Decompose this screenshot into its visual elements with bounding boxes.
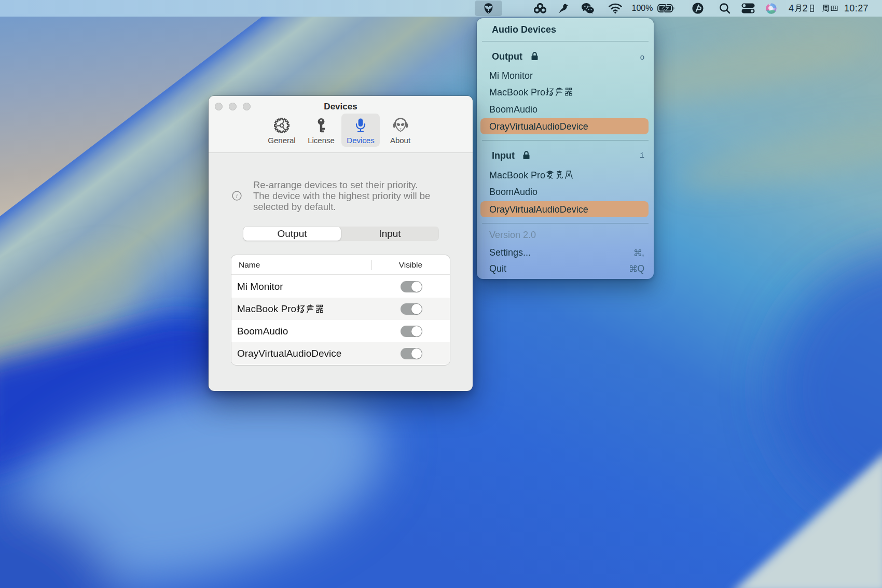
- svg-text:i: i: [236, 192, 238, 200]
